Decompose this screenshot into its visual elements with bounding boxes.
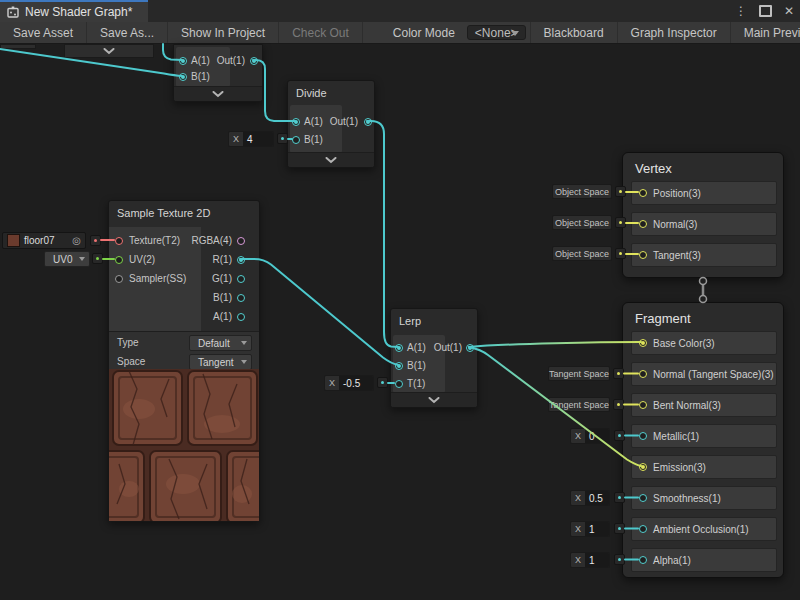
port-normal-tangent-space[interactable] [639,370,647,378]
normal-ts-inline-port[interactable] [613,368,624,379]
metallic-block[interactable]: Metallic(1) [631,424,777,448]
alpha-value[interactable]: 1 [585,553,609,567]
bent-normal-space-field[interactable]: Tangent Space [548,397,610,412]
ambient-occlusion-inline-port[interactable] [614,523,625,534]
smoothness-block[interactable]: Smoothness(1) [631,486,777,510]
vertex-stack[interactable]: Vertex Position(3) Normal(3) Tangent(3) [622,152,784,278]
base-color-block[interactable]: Base Color(3) [631,331,777,355]
smoothness-value[interactable]: 0.5 [585,491,609,505]
port-divide-out[interactable] [364,118,372,126]
bent-normal-block[interactable]: Bent Normal(3) [631,393,777,417]
save-asset-button[interactable]: Save Asset [0,22,87,43]
port-ambient-occlusion[interactable] [639,525,647,533]
vertex-position-block[interactable]: Position(3) [631,181,777,205]
port-a[interactable] [237,313,245,321]
port-add-out[interactable] [250,57,258,65]
port-g[interactable] [237,275,245,283]
port-alpha[interactable] [639,556,647,564]
ambient-occlusion-value-field[interactable]: X 1 [570,521,610,537]
port-emission[interactable] [639,463,647,471]
lerp-t-value[interactable]: -0.5 [339,376,373,390]
uv-channel-dropdown[interactable]: UV0 [44,251,90,267]
save-as-button[interactable]: Save As... [87,22,168,43]
graph-canvas[interactable]: A(1) B(1) Out(1) Divide A(1) B(1) Out(1)… [0,44,800,600]
smoothness-inline-port[interactable] [614,492,625,503]
ambient-occlusion-value[interactable]: 1 [585,522,609,536]
divide-b-value[interactable]: 4 [243,132,273,146]
port-r[interactable] [237,256,245,264]
add-node[interactable]: A(1) B(1) Out(1) [173,44,263,102]
lerp-t-value-field[interactable]: X -0.5 [324,375,374,391]
lerp-node-collapse-strip[interactable] [391,392,477,407]
port-normal[interactable] [639,220,647,228]
smoothness-value-field[interactable]: X 0.5 [570,490,610,506]
tangent-inline-port[interactable] [615,248,626,259]
main-preview-button[interactable]: Main Preview [731,22,800,43]
graph-inspector-button[interactable]: Graph Inspector [618,22,731,43]
type-dropdown[interactable]: Default [189,335,252,351]
port-tangent[interactable] [639,251,647,259]
port-bent-normal[interactable] [639,401,647,409]
blackboard-button[interactable]: Blackboard [530,22,618,43]
alpha-inline-port[interactable] [614,554,625,565]
position-space-field[interactable]: Object Space [552,184,612,199]
texture-asset-field[interactable]: floor07 ◎ [2,232,86,249]
port-lerp-a[interactable] [395,344,403,352]
port-add-b[interactable] [179,73,187,81]
port-rgba[interactable] [237,237,245,245]
show-in-project-button[interactable]: Show In Project [168,22,279,43]
port-lerp-t[interactable] [395,380,403,388]
vertex-normal-block[interactable]: Normal(3) [631,212,777,236]
port-metallic[interactable] [639,432,647,440]
divide-node[interactable]: Divide A(1) B(1) Out(1) [287,80,375,168]
close-icon[interactable]: ✕ [784,4,794,18]
alpha-value-field[interactable]: X 1 [570,552,610,568]
metallic-value-field[interactable]: X 0 [570,428,610,444]
vertex-tangent-block[interactable]: Tangent(3) [631,243,777,267]
normal-ts-space-field[interactable]: Tangent Space [548,366,610,381]
color-mode-dropdown[interactable]: <None> [467,25,526,40]
divide-node-collapse-strip[interactable] [288,152,374,167]
add-node-collapse-strip[interactable] [174,86,262,101]
port-divide-b[interactable] [292,136,300,144]
position-inline-port[interactable] [615,186,626,197]
tangent-space-field[interactable]: Object Space [552,246,612,261]
port-divide-a[interactable] [292,118,300,126]
texture-inline-port[interactable] [90,235,101,246]
port-add-a[interactable] [179,57,187,65]
metallic-inline-port[interactable] [614,430,625,441]
port-sampler[interactable] [115,275,123,283]
maximize-icon[interactable] [759,5,772,17]
emission-block[interactable]: Emission(3) [631,455,777,479]
bent-normal-inline-port[interactable] [613,399,624,410]
space-dropdown[interactable]: Tangent [189,354,252,370]
port-smoothness[interactable] [639,494,647,502]
uv-inline-port[interactable] [92,253,103,264]
port-b[interactable] [237,294,245,302]
port-base-color[interactable] [639,339,647,347]
metallic-value[interactable]: 0 [585,429,609,443]
port-add-b-label: B(1) [191,71,210,83]
normal-ts-block[interactable]: Normal (Tangent Space)(3) [631,362,777,386]
divide-b-value-field[interactable]: X 4 [228,131,274,147]
ambient-occlusion-block[interactable]: Ambient Occlusion(1) [631,517,777,541]
sample-texture-node[interactable]: Sample Texture 2D Texture(T2) UV(2) Samp… [108,200,260,522]
normal-space-field[interactable]: Object Space [552,215,612,230]
object-picker-icon[interactable]: ◎ [72,236,81,246]
menu-icon[interactable]: ⋮ [735,4,747,18]
alpha-block[interactable]: Alpha(1) [631,548,777,572]
port-lerp-a-label: A(1) [407,342,426,354]
normal-inline-port[interactable] [615,217,626,228]
divide-b-inline-port[interactable] [277,133,288,144]
port-position[interactable] [639,189,647,197]
port-uv[interactable] [115,256,123,264]
lerp-t-inline-port[interactable] [377,377,388,388]
fragment-stack[interactable]: Fragment Base Color(3) Normal (Tangent S… [622,302,784,578]
port-texture[interactable] [115,237,123,245]
port-lerp-out[interactable] [466,344,474,352]
collapsed-node-chevron-bar[interactable] [64,44,154,58]
port-lerp-b[interactable] [395,362,403,370]
port-ambient-occlusion-label: Ambient Occlusion(1) [653,524,749,535]
lerp-node[interactable]: Lerp A(1) B(1) T(1) Out(1) [390,308,478,408]
tab-new-shader-graph[interactable]: New Shader Graph* [0,0,148,22]
